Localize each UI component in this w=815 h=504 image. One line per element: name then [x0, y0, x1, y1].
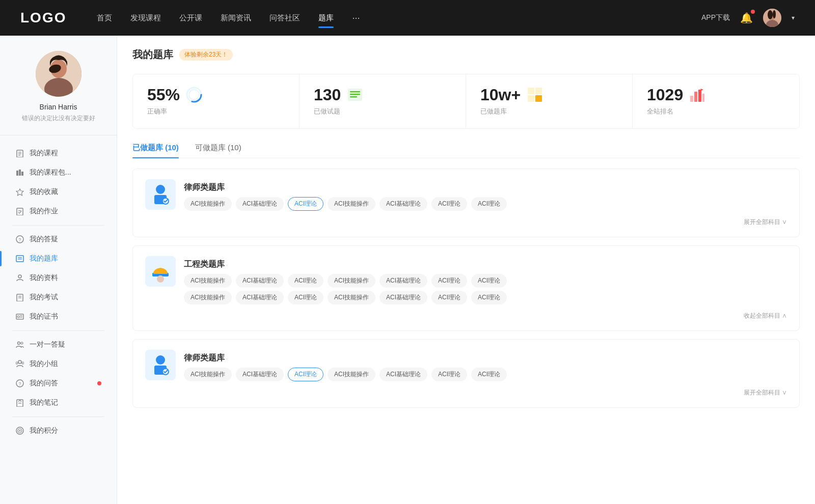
- bank-item-lawyer-2-expand[interactable]: 展开全部科目 ∨: [744, 388, 787, 397]
- bank-tag[interactable]: ACI技能操作: [184, 197, 232, 211]
- bank-item-lawyer-1-title-wrap: 律师类题库 ACI技能操作 ACI基础理论 ACI理论 ACI技能操作 ACI基…: [184, 179, 507, 211]
- sidebar-item-group[interactable]: 我的小组: [0, 354, 117, 374]
- bank-tag[interactable]: ACI理论: [288, 274, 323, 288]
- stat-accuracy-value: 55%: [147, 87, 180, 103]
- sidebar-item-my-course[interactable]: 我的课程: [0, 144, 117, 163]
- bank-tag[interactable]: ACI理论: [471, 368, 507, 381]
- user-menu-chevron[interactable]: ▾: [792, 14, 795, 21]
- bank-item-lawyer-1-header: 律师类题库 ACI技能操作 ACI基础理论 ACI理论 ACI技能操作 ACI基…: [145, 179, 787, 211]
- sidebar-item-points[interactable]: 我的积分: [0, 421, 117, 440]
- tab-done-banks[interactable]: 已做题库 (10): [132, 143, 179, 158]
- bank-item-lawyer-1-expand[interactable]: 展开全部科目 ∨: [744, 218, 787, 227]
- bank-tag[interactable]: ACI基础理论: [236, 197, 284, 211]
- svg-rect-21: [16, 256, 23, 262]
- svg-point-24: [18, 275, 21, 278]
- svg-text:?: ?: [18, 381, 21, 386]
- bank-tag[interactable]: ACI技能操作: [184, 291, 232, 304]
- bank-tag-active[interactable]: ACI理论: [288, 368, 323, 381]
- stat-global-rank-value: 1029: [647, 87, 683, 103]
- sidebar-item-qa-label: 我的答疑: [30, 235, 101, 244]
- tab-available-banks[interactable]: 可做题库 (10): [195, 143, 241, 158]
- svg-point-4: [773, 10, 776, 18]
- sidebar-item-profile[interactable]: 我的资料: [0, 268, 117, 288]
- stat-questions-done-icon: [347, 87, 363, 103]
- course-package-icon: [15, 168, 24, 177]
- bank-item-engineer-icon: [145, 256, 176, 287]
- avatar[interactable]: [763, 9, 781, 27]
- sidebar-item-homework[interactable]: 我的作业: [0, 202, 117, 221]
- stat-questions-done-top: 130: [314, 87, 451, 103]
- sidebar-item-one-on-one-label: 一对一答疑: [30, 340, 101, 349]
- svg-rect-17: [17, 208, 23, 215]
- bank-tag[interactable]: ACI基础理论: [236, 274, 284, 288]
- bank-tag[interactable]: ACI技能操作: [184, 274, 232, 288]
- bank-tag[interactable]: ACI技能操作: [184, 368, 232, 381]
- stat-banks-done-value: 10w+: [480, 87, 521, 103]
- sidebar-item-course-package[interactable]: 我的课程包...: [0, 163, 117, 182]
- sidebar-item-my-qa[interactable]: ? 我的问答: [0, 374, 117, 393]
- question-bank-icon: [15, 254, 24, 263]
- sidebar-item-notes[interactable]: 我的笔记: [0, 393, 117, 412]
- bank-tag[interactable]: ACI基础理论: [379, 368, 427, 381]
- profile-icon: [15, 273, 24, 283]
- nav-discover[interactable]: 发现课程: [130, 11, 161, 25]
- page-header: 我的题库 体验剩余23天！: [132, 48, 800, 62]
- bank-tag[interactable]: ACI理论: [288, 291, 323, 304]
- bank-tag[interactable]: ACI技能操作: [328, 274, 375, 288]
- nav-right: APP下载 🔔 ▾: [701, 9, 795, 27]
- nav-more[interactable]: ···: [352, 13, 360, 23]
- bank-tag[interactable]: ACI理论: [471, 291, 507, 304]
- notification-badge: [751, 10, 755, 14]
- sidebar-item-one-on-one[interactable]: 一对一答疑: [0, 335, 117, 354]
- nav-home[interactable]: 首页: [97, 11, 112, 25]
- sidebar-item-favorites[interactable]: 我的收藏: [0, 182, 117, 202]
- bank-item-engineer-tags-row2: ACI技能操作 ACI基础理论 ACI理论 ACI技能操作 ACI基础理论 AC…: [184, 291, 507, 304]
- bank-tag[interactable]: ACI基础理论: [379, 291, 427, 304]
- stat-global-rank-label: 全站排名: [647, 107, 785, 116]
- sidebar-item-question-bank[interactable]: 我的题库: [0, 249, 117, 268]
- app-download-button[interactable]: APP下载: [701, 13, 730, 22]
- bank-tag[interactable]: ACI技能操作: [328, 368, 375, 381]
- bank-tag[interactable]: ACI技能操作: [328, 291, 375, 304]
- bank-item-engineer-header: 工程类题库 ACI技能操作 ACI基础理论 ACI理论 ACI技能操作 ACI基…: [145, 256, 787, 304]
- svg-rect-58: [702, 94, 704, 102]
- sidebar-item-certificate[interactable]: 我的证书: [0, 307, 117, 326]
- sidebar-item-qa[interactable]: ? 我的答疑: [0, 230, 117, 249]
- bank-tag[interactable]: ACI基础理论: [379, 197, 427, 211]
- my-qa-notification-dot: [97, 381, 101, 385]
- bank-item-engineer-title: 工程类题库: [184, 259, 507, 270]
- svg-rect-49: [350, 94, 360, 95]
- bank-tag[interactable]: ACI技能操作: [328, 197, 375, 211]
- favorites-icon: [15, 187, 24, 197]
- bank-tag-active[interactable]: ACI理论: [288, 197, 323, 211]
- bank-tag[interactable]: ACI理论: [431, 197, 467, 211]
- svg-point-43: [19, 430, 21, 432]
- profile-motto: 错误的决定比没有决定要好: [10, 114, 106, 123]
- exam-icon: [15, 293, 24, 302]
- bank-tag[interactable]: ACI理论: [471, 197, 507, 211]
- bank-tag[interactable]: ACI理论: [431, 368, 467, 381]
- bank-tag[interactable]: ACI理论: [431, 274, 467, 288]
- bank-tag[interactable]: ACI理论: [431, 291, 467, 304]
- svg-rect-57: [698, 90, 701, 102]
- bank-item-engineer-collapse[interactable]: 收起全部科目 ∧: [744, 312, 787, 320]
- stat-accuracy-label: 正确率: [147, 107, 285, 116]
- bank-item-engineer-footer: 收起全部科目 ∧: [145, 312, 787, 320]
- nav-news[interactable]: 新闻资讯: [221, 11, 251, 25]
- nav-question-bank[interactable]: 题库: [318, 11, 334, 25]
- bank-item-lawyer-1-icon: [145, 179, 176, 210]
- notification-bell[interactable]: 🔔: [740, 12, 753, 24]
- sidebar-item-exam[interactable]: 我的考试: [0, 288, 117, 307]
- nav-open-course[interactable]: 公开课: [179, 11, 202, 25]
- bank-tag[interactable]: ACI理论: [471, 274, 507, 288]
- svg-point-32: [18, 342, 20, 345]
- stat-banks-done-label: 已做题库: [480, 107, 618, 116]
- svg-point-36: [22, 362, 24, 364]
- sidebar-item-profile-label: 我的资料: [30, 273, 101, 283]
- bank-tag[interactable]: ACI基础理论: [236, 291, 284, 304]
- sidebar-item-my-qa-label: 我的问答: [30, 379, 90, 388]
- stat-global-rank: 1029 全站排名: [633, 74, 799, 128]
- bank-tag[interactable]: ACI基础理论: [379, 274, 427, 288]
- nav-qa[interactable]: 问答社区: [269, 11, 300, 25]
- bank-tag[interactable]: ACI基础理论: [236, 368, 284, 381]
